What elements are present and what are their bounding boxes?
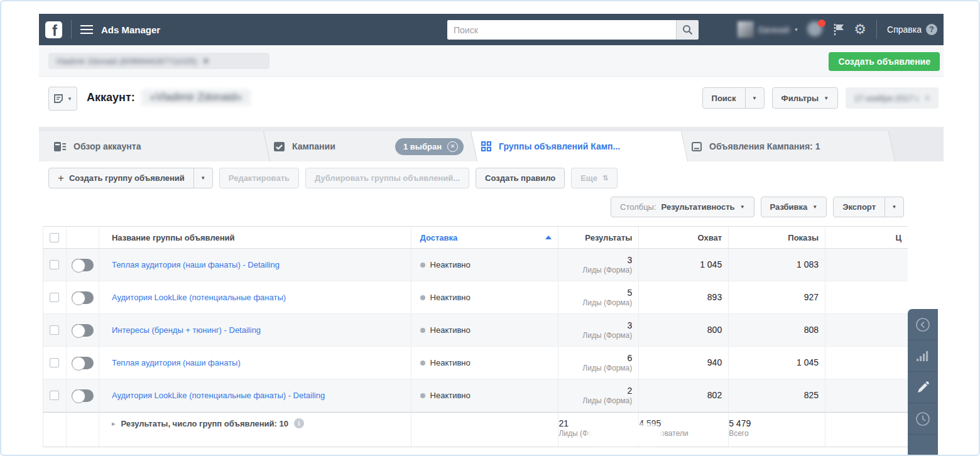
date-range-picker[interactable]: 17 ноября 2017 г. ▼	[846, 87, 939, 109]
clock-icon	[915, 411, 930, 426]
columns-value: Результативность	[662, 202, 735, 212]
columns-button[interactable]: Столбцы: Результативность ▼	[611, 197, 754, 217]
results-type: Лиды (Форма)	[582, 331, 632, 340]
divider	[71, 20, 72, 39]
delivery-status: Неактивно	[430, 325, 471, 335]
footer-summary[interactable]: ▸ Результаты, число групп объявлений: 10…	[112, 418, 304, 428]
reach-value: 802	[707, 390, 722, 401]
clear-selection-button[interactable]: ✕	[447, 141, 458, 152]
results-value: 3	[628, 320, 633, 331]
row-checkbox[interactable]	[50, 358, 59, 367]
info-icon[interactable]: i	[294, 418, 304, 428]
breakdown-label: Разбивка	[770, 202, 808, 212]
header-results[interactable]: Результаты	[558, 227, 639, 248]
impressions-value: 825	[804, 390, 819, 401]
search-button[interactable]: Поиск	[702, 87, 746, 109]
create-rule-button[interactable]: Создать правило	[476, 168, 565, 188]
row-toggle[interactable]	[72, 324, 94, 337]
tab-label: Обзор аккаунта	[74, 141, 141, 151]
impressions-value: 927	[804, 292, 819, 303]
chevron-down-icon: ▼	[812, 204, 817, 210]
adset-name-link[interactable]: Аудитория LookLike (потенциальные фанаты…	[112, 293, 286, 302]
ads-card-icon	[692, 142, 702, 151]
row-checkbox[interactable]	[50, 391, 59, 400]
create-adset-dropdown[interactable]: ▼	[193, 168, 213, 188]
create-ad-button[interactable]: Создать объявление	[829, 52, 940, 71]
chevron-down-icon: ▼	[752, 95, 757, 101]
status-dot-icon	[420, 328, 425, 333]
total-impressions-type: Всего	[729, 429, 748, 438]
footer-summary-label: Результаты, число групп объявлений: 10	[121, 419, 288, 428]
notifications-button[interactable]	[807, 21, 824, 38]
user-menu[interactable]: Евгений ▼	[738, 21, 798, 38]
results-value: 6	[628, 353, 633, 364]
help-link[interactable]: Справка ?	[887, 24, 937, 35]
facebook-logo-icon[interactable]: f	[45, 21, 62, 38]
more-button[interactable]: Еще ⇅	[571, 168, 618, 188]
pencil-icon	[916, 381, 930, 394]
impressions-value: 1 083	[797, 259, 819, 270]
search-button[interactable]	[676, 20, 699, 40]
header-reach[interactable]: Охват	[639, 227, 729, 248]
adset-name-link[interactable]: Интересы (бренды + тюнинг) - Detailing	[112, 325, 261, 335]
tab-account-overview[interactable]: Обзор аккаунта	[39, 131, 259, 161]
help-label: Справка	[887, 24, 922, 35]
adsets-table: Название группы объявлений Доставка Резу…	[43, 226, 908, 447]
results-type: Лиды (Форма)	[582, 364, 632, 373]
table-row: Теплая аудитория (наши фанаты) - Detaili…	[43, 249, 908, 281]
create-adset-button[interactable]: + Создать группу объявлений	[48, 168, 194, 188]
hamburger-menu-icon[interactable]	[80, 23, 93, 36]
account-title: Аккаунт: «Vladimir Zdonaid»	[87, 89, 251, 106]
row-checkbox[interactable]	[50, 325, 59, 335]
row-toggle[interactable]	[72, 357, 94, 369]
header-cost[interactable]: Ц	[825, 227, 908, 248]
header-delivery[interactable]: Доставка	[411, 227, 559, 248]
table-row: Теплая аудитория (наши фанаты) Неактивно…	[43, 347, 908, 379]
tab-campaigns[interactable]: Кампании 1 выбран ✕	[259, 131, 466, 161]
charts-panel-button[interactable]	[908, 340, 938, 372]
settings-gear-icon[interactable]: ⚙	[854, 23, 866, 36]
search-dropdown-button[interactable]: ▼	[745, 87, 765, 109]
create-adset-split-button: + Создать группу объявлений ▼	[48, 168, 213, 188]
select-all-checkbox[interactable]	[50, 233, 59, 242]
chevron-down-icon: ▼	[892, 204, 897, 210]
adset-name-link[interactable]: Теплая аудитория (наши фанаты)	[112, 358, 241, 367]
table-row: Аудитория LookLike (потенциальные фанаты…	[43, 281, 908, 314]
delivery-status: Неактивно	[430, 391, 471, 400]
edit-panel-button[interactable]	[908, 372, 938, 403]
row-checkbox[interactable]	[50, 293, 59, 302]
flag-button[interactable]	[832, 23, 845, 36]
account-selector-bar: Vladimir Zdonaid (6096944287711025) ▼ Со…	[39, 45, 944, 77]
plus-icon: +	[58, 172, 64, 185]
tab-ads[interactable]: Объявления Кампания: 1	[677, 131, 884, 161]
row-toggle[interactable]	[72, 259, 94, 271]
create-adset-label: Создать группу объявлений	[69, 173, 185, 183]
export-dropdown[interactable]: ▼	[885, 197, 904, 217]
avatar	[738, 21, 754, 38]
header-impressions[interactable]: Показы	[729, 227, 825, 248]
row-toggle[interactable]	[72, 291, 94, 304]
chevron-left-circle-icon	[915, 317, 930, 332]
notes-dropdown-button[interactable]: ▼	[48, 87, 77, 111]
bar-chart-icon	[916, 350, 930, 362]
search-icon	[682, 24, 693, 35]
tab-ad-sets[interactable]: Группы объявлений Камп...	[466, 131, 677, 161]
reach-value: 1 045	[700, 259, 722, 270]
edit-button[interactable]: Редактировать	[219, 168, 299, 188]
collapse-panel-button[interactable]	[908, 309, 938, 340]
adset-name-link[interactable]: Теплая аудитория (наши фанаты) - Detaili…	[112, 260, 280, 269]
status-dot-icon	[420, 263, 425, 268]
breakdown-button[interactable]: Разбивка ▼	[761, 197, 827, 217]
search-input[interactable]	[447, 20, 676, 40]
export-button[interactable]: Экспорт	[833, 197, 885, 217]
chevron-down-icon: ▼	[793, 27, 798, 33]
header-name[interactable]: Название группы объявлений	[99, 227, 411, 248]
history-panel-button[interactable]	[908, 403, 938, 435]
row-toggle[interactable]	[72, 389, 94, 402]
account-selector-dropdown[interactable]: Vladimir Zdonaid (6096944287711025) ▼	[48, 53, 270, 69]
row-checkbox[interactable]	[50, 260, 59, 269]
filters-button[interactable]: Фильтры ▼	[772, 87, 839, 109]
duplicate-button[interactable]: Дублировать группы объявлений...	[305, 168, 469, 188]
adset-name-link[interactable]: Аудитория LookLike (потенциальные фанаты…	[112, 391, 325, 400]
status-dot-icon	[420, 295, 425, 300]
